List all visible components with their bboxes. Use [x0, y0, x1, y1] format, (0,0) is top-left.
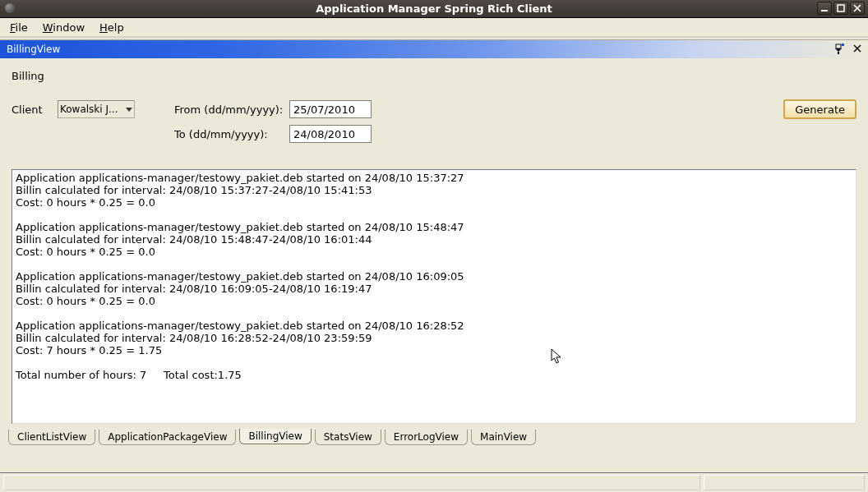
svg-rect-1 [838, 5, 844, 11]
chevron-down-icon [126, 108, 132, 112]
to-date-input[interactable] [289, 125, 372, 143]
minimize-button[interactable] [817, 2, 832, 15]
client-select-value: Kowalski J... [60, 103, 118, 115]
menu-file[interactable]: File [10, 21, 28, 34]
menu-window-rest: indow [53, 21, 85, 34]
to-label: To (dd/mm/yyyy): [174, 128, 289, 140]
from-label: From (dd/mm/yyyy): [174, 103, 289, 116]
client-select[interactable]: Kowalski J... [58, 100, 135, 118]
tab-error-log[interactable]: ErrorLogView [385, 430, 468, 445]
menu-help-rest: elp [108, 21, 124, 34]
menu-window[interactable]: Window [43, 21, 85, 34]
svg-rect-0 [821, 10, 828, 11]
panel-title: BillingView [7, 44, 60, 55]
tab-billing[interactable]: BillingView [239, 429, 311, 444]
client-label: Client [12, 103, 58, 116]
menu-file-rest: ile [16, 21, 28, 34]
tab-stats[interactable]: StatsView [315, 430, 381, 445]
status-left-cell [3, 475, 700, 490]
svg-rect-2 [836, 44, 841, 48]
window-title: Application Manager Spring Rich Client [316, 2, 552, 15]
svg-rect-3 [838, 52, 839, 54]
menu-bar: File Window Help [0, 18, 868, 38]
tab-application-package[interactable]: ApplicationPackageView [99, 430, 236, 445]
tab-client-list[interactable]: ClientListView [8, 430, 95, 445]
generate-button[interactable]: Generate [783, 99, 856, 119]
window-title-bar: Application Manager Spring Rich Client [0, 0, 868, 18]
status-bar [0, 472, 868, 492]
close-button[interactable] [850, 2, 865, 15]
panel-body: Billing Client Kowalski J... From (dd/mm… [0, 58, 868, 153]
tab-main[interactable]: MainView [471, 430, 536, 445]
panel-header: BillingView [0, 40, 868, 58]
menu-help[interactable]: Help [99, 21, 124, 34]
status-right-cell [704, 475, 865, 490]
panel-close-button[interactable] [852, 43, 863, 54]
svg-rect-4 [842, 44, 844, 46]
billing-output[interactable]: Application applications-manager/testowy… [12, 169, 856, 424]
maximize-button[interactable] [833, 2, 848, 15]
window-icon [5, 3, 15, 13]
section-title: Billing [12, 70, 856, 82]
from-date-input[interactable] [289, 100, 372, 118]
tabs-bar: ClientListView ApplicationPackageView Bi… [0, 430, 868, 448]
panel-pin-button[interactable] [833, 43, 845, 54]
